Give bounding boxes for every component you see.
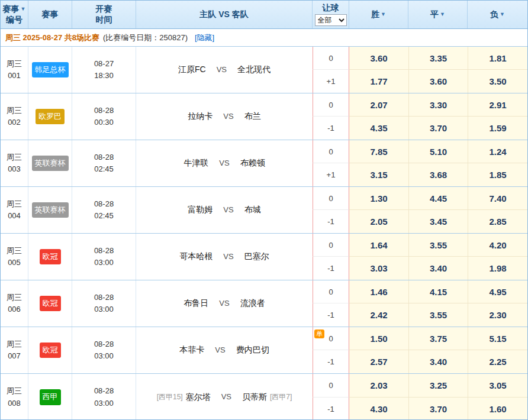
- odds-lose-row1: 1.24: [468, 140, 527, 163]
- match-num: 006: [8, 303, 21, 315]
- match-time: 02:45: [94, 210, 114, 222]
- match-time: 03:00: [94, 350, 114, 362]
- match-number-cell: 周三 002: [1, 93, 28, 140]
- handicap-cell-row2: +1: [313, 70, 349, 93]
- handicap-value: 0: [329, 241, 333, 250]
- home-team: 哥本哈根: [179, 250, 213, 263]
- away-team: 巴塞尔: [244, 250, 269, 263]
- odds-win-row2: 2.05: [349, 210, 408, 233]
- match-day: 周三: [7, 245, 22, 257]
- match-day: 周三: [7, 292, 22, 303]
- match-row: 周三 005 欧冠 08-28 03:00 哥本哈根 VS 巴塞尔 0 -1 1…: [1, 234, 527, 280]
- handicap-cell-row1: 0: [313, 93, 349, 117]
- teams-cell: 拉纳卡 VS 布兰: [136, 93, 313, 140]
- header-draw-sort[interactable]: 平▼: [408, 1, 468, 28]
- teams-cell: 江原FC VS 全北现代: [136, 47, 313, 93]
- odds-lose-row2: 1.60: [468, 398, 527, 420]
- handicap-cell-row1: 0: [313, 47, 349, 70]
- league-badge: 英联赛杯: [32, 202, 69, 218]
- date-summary: 周三 2025-08-27 共8场比赛: [5, 33, 99, 43]
- odds-win-row1: 1.46: [349, 280, 408, 303]
- handicap-value: -1: [327, 311, 334, 319]
- odds-lose-row1: 2.91: [468, 93, 527, 117]
- match-day: 周三: [7, 198, 22, 210]
- teams-cell: 布鲁日 VS 流浪者: [136, 280, 313, 327]
- header-teams: 主队 VS 客队: [136, 1, 313, 28]
- handicap-value: 0: [329, 287, 333, 296]
- odds-lose-row2: 2.30: [468, 303, 527, 327]
- teams-cell: 哥本哈根 VS 巴塞尔: [136, 234, 313, 280]
- match-num: 002: [8, 117, 21, 128]
- league-badge: 英联赛杯: [32, 156, 69, 171]
- odds-lose-row2: 2.85: [468, 210, 527, 233]
- handicap-cell-row1: 0: [313, 280, 349, 303]
- header-win-sort[interactable]: 胜▼: [349, 1, 408, 28]
- vs-label: VS: [215, 344, 225, 356]
- league-cell: 英联赛杯: [28, 140, 72, 186]
- vs-label: VS: [223, 111, 233, 122]
- match-number-cell: 周三 003: [1, 140, 28, 186]
- match-num: 003: [8, 163, 21, 175]
- odds-win-row1: 3.60: [349, 47, 408, 70]
- league-cell: 欧冠: [28, 327, 72, 373]
- caret-down-icon[interactable]: ▼: [500, 11, 505, 18]
- handicap-value: -1: [327, 124, 334, 133]
- match-date: 08-28: [94, 292, 114, 303]
- teams-cell: 富勒姆 VS 布城: [136, 187, 313, 233]
- teams-cell: 本菲卡 VS 费内巴切: [136, 327, 313, 373]
- match-number-cell: 周三 006: [1, 280, 28, 327]
- home-team: 本菲卡: [179, 344, 204, 357]
- odds-lose-row1: 3.05: [468, 374, 527, 398]
- handicap-cell-row1: 0: [313, 140, 349, 163]
- home-team: 塞尔塔: [186, 391, 211, 404]
- handicap-value: +1: [327, 170, 336, 179]
- odds-draw-row1: 3.25: [408, 374, 468, 398]
- match-number-cell: 周三 008: [1, 374, 28, 420]
- match-row: 周三 006 欧冠 08-28 03:00 布鲁日 VS 流浪者 0 -1 1.…: [1, 280, 527, 327]
- odds-lose-row1: 7.40: [468, 187, 527, 210]
- handicap-value: -1: [327, 357, 334, 366]
- match-row: 周三 002 欧罗巴 08-28 00:30 拉纳卡 VS 布兰 0 -1 2.…: [1, 93, 527, 140]
- match-date: 08-28: [94, 105, 114, 117]
- match-day: 周三: [7, 151, 22, 163]
- header-match-no-sort[interactable]: 赛事▼ 编号: [1, 1, 28, 28]
- odds-draw-row1: 3.75: [408, 327, 468, 350]
- match-day: 周三: [7, 58, 22, 70]
- header-match-no-line2: 编号: [6, 15, 22, 25]
- handicap-cell-row1: 0: [313, 374, 349, 398]
- home-rank: [西甲15]: [157, 392, 183, 403]
- odds-win-row1: 1.64: [349, 234, 408, 257]
- caret-down-icon[interactable]: ▼: [381, 11, 386, 18]
- handicap-cell-row1: 0: [313, 234, 349, 257]
- match-time: 00:30: [94, 117, 114, 128]
- header-league: 赛事: [28, 1, 72, 28]
- odds-draw-row1: 4.15: [408, 280, 468, 303]
- odds-lose-row2: 1.98: [468, 257, 527, 280]
- match-number-cell: 周三 001: [1, 47, 28, 93]
- handicap-value: 0: [329, 54, 333, 63]
- header-match-no-line1: 赛事: [3, 4, 20, 15]
- header-lose-sort[interactable]: 负▼: [468, 1, 527, 28]
- odds-win-row2: 1.77: [349, 70, 408, 93]
- match-num: 008: [8, 398, 21, 409]
- league-cell: 欧冠: [28, 234, 72, 280]
- odds-win-row2: 4.35: [349, 117, 408, 140]
- odds-lose-row2: 1.59: [468, 117, 527, 140]
- odds-lose-row1: 5.15: [468, 327, 527, 350]
- match-time: 18:30: [94, 70, 114, 82]
- odds-draw-row2: 3.60: [408, 70, 468, 93]
- league-cell: 韩足总杯: [28, 47, 72, 93]
- teams-cell: 牛津联 VS 布赖顿: [136, 140, 313, 186]
- caret-down-icon[interactable]: ▼: [21, 6, 26, 12]
- handicap-filter-select[interactable]: 全部: [315, 14, 347, 26]
- home-team: 牛津联: [183, 157, 208, 170]
- match-number-cell: 周三 007: [1, 327, 28, 373]
- match-time: 03:00: [94, 257, 114, 269]
- odds-win-row2: 3.15: [349, 163, 408, 186]
- vs-label: VS: [221, 391, 231, 403]
- hide-link[interactable]: [隐藏]: [195, 33, 214, 43]
- caret-down-icon[interactable]: ▼: [440, 11, 445, 18]
- handicap-value: +1: [327, 77, 336, 86]
- odds-win-row2: 4.30: [349, 398, 408, 420]
- match-date: 08-28: [94, 338, 114, 350]
